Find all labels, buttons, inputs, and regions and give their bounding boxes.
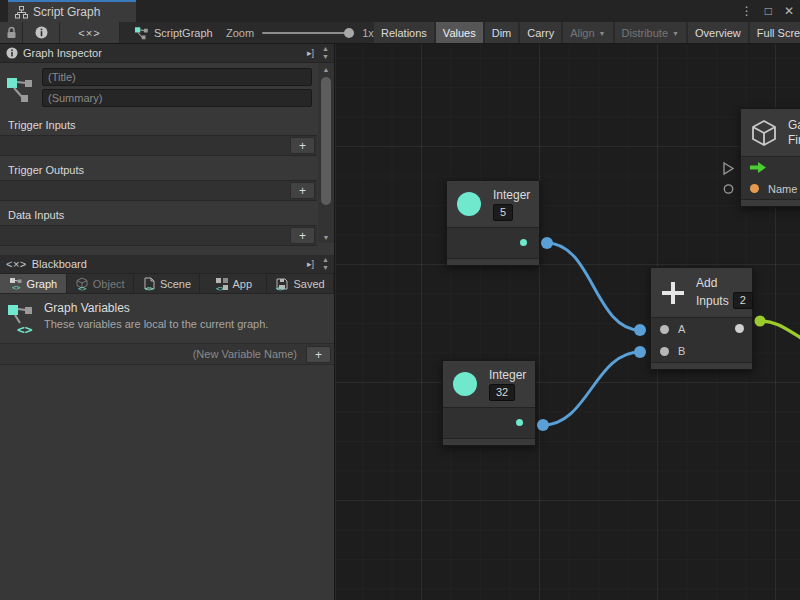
distribute-button[interactable]: Distribute ▼ xyxy=(615,22,686,43)
port-label: B xyxy=(678,345,685,357)
input-port-a[interactable] xyxy=(660,325,669,334)
graph-name-label: ScriptGraph xyxy=(154,27,213,39)
wire-integer5-to-a xyxy=(547,243,640,330)
overview-button[interactable]: Overview xyxy=(688,22,748,43)
node-integer-5[interactable]: Integer 5 xyxy=(446,180,540,266)
node-title: Add xyxy=(696,276,717,290)
inspector-scrollbar[interactable]: ▲ ▼ xyxy=(318,63,334,243)
plus-icon xyxy=(659,279,687,307)
values-button[interactable]: Values xyxy=(436,22,483,43)
graph-icon xyxy=(133,25,149,40)
output-port[interactable] xyxy=(516,419,523,426)
node-gameobject-find[interactable]: Game Object Find Name xyxy=(740,108,800,207)
graph-icon xyxy=(6,72,34,102)
output-port[interactable] xyxy=(520,239,527,246)
port-label: A xyxy=(678,323,685,335)
svg-text:<>: <> xyxy=(276,284,284,291)
node-title: Integer xyxy=(493,188,530,202)
add-data-input-button[interactable]: + xyxy=(290,227,315,244)
node-add[interactable]: Add Inputs 2 A B xyxy=(650,267,753,370)
wire-integer32-to-b xyxy=(543,352,640,425)
name-port-row: Name xyxy=(741,178,800,199)
chevron-down-icon: ▼ xyxy=(672,30,679,37)
graph-inspector-title: Graph Inspector xyxy=(23,47,102,59)
zoom-label: Zoom xyxy=(226,27,254,39)
window-menu-icon[interactable]: ⋮ xyxy=(741,4,753,18)
close-icon[interactable]: ✕ xyxy=(784,4,794,18)
scroll-up-icon[interactable]: ▲ xyxy=(322,256,329,264)
unconnected-trigger-port xyxy=(724,163,733,174)
add-trigger-output-button[interactable]: + xyxy=(290,182,315,199)
zoom-slider[interactable] xyxy=(262,32,354,34)
scroll-down-icon[interactable]: ▼ xyxy=(322,53,329,61)
zoom-slider-handle[interactable] xyxy=(344,28,354,38)
integer-value-field[interactable]: 5 xyxy=(493,204,513,221)
input-port-b[interactable] xyxy=(660,347,669,356)
tab-scene-variables[interactable]: <> Scene xyxy=(134,274,201,293)
tab-graph-variables[interactable]: <> Graph xyxy=(0,274,67,293)
graph-variables-icon: <> xyxy=(6,303,36,337)
integer-literal-icon xyxy=(457,192,481,216)
node-title: Game Object xyxy=(788,118,800,132)
trigger-inputs-label: Trigger Inputs xyxy=(0,111,334,135)
add-trigger-input-button[interactable]: + xyxy=(290,137,315,154)
trigger-arrow-icon[interactable] xyxy=(750,162,767,173)
svg-text:<>: <> xyxy=(145,284,153,291)
integer-value-field[interactable]: 32 xyxy=(489,384,515,401)
scene-icon: <> xyxy=(142,277,156,291)
graph-variables-description: These variables are local to the current… xyxy=(44,318,268,330)
align-button[interactable]: Align ▼ xyxy=(563,22,612,43)
integer-literal-icon xyxy=(453,372,477,396)
floppy-save-icon: <> xyxy=(275,277,289,291)
graph-breadcrumb[interactable]: ScriptGraph xyxy=(133,22,213,43)
new-variable-input[interactable] xyxy=(0,344,303,364)
blackboard-empty-area xyxy=(0,365,334,600)
unconnected-data-port xyxy=(724,185,732,193)
tab-saved-variables[interactable]: <> Saved xyxy=(267,274,334,293)
tab-app-variables[interactable]: <> App xyxy=(200,274,267,293)
svg-text:<>: <> xyxy=(12,284,20,291)
wire-endpoint xyxy=(541,237,553,249)
dock-pin-icon[interactable]: ▸] xyxy=(307,48,314,58)
scroll-down-icon[interactable]: ▼ xyxy=(322,264,329,272)
blackboard-icon: <×> xyxy=(6,258,27,270)
scroll-down-icon[interactable]: ▼ xyxy=(318,231,334,243)
inspect-button[interactable] xyxy=(23,22,60,43)
input-port-name[interactable] xyxy=(750,184,759,193)
port-row-b: B xyxy=(651,340,752,362)
graph-title-field[interactable] xyxy=(42,68,312,86)
node-integer-32[interactable]: Integer 32 xyxy=(442,360,536,446)
inputs-label: Inputs xyxy=(696,294,729,308)
tab-object-variables[interactable]: <> Object xyxy=(67,274,134,293)
graph-canvas[interactable]: Integer 5 Integer 32 Add xyxy=(336,44,800,600)
relations-button[interactable]: Relations xyxy=(374,22,434,43)
lock-button[interactable] xyxy=(0,22,23,43)
scroll-up-icon[interactable]: ▲ xyxy=(318,63,334,75)
maximize-icon[interactable]: □ xyxy=(765,4,772,18)
cube-icon: <> xyxy=(75,277,89,291)
add-variable-button[interactable]: + xyxy=(306,346,331,363)
data-inputs-list: + xyxy=(0,225,317,246)
scroll-up-icon[interactable]: ▲ xyxy=(322,45,329,53)
graph-variables-title: Graph Variables xyxy=(44,301,268,315)
dock-pin-icon[interactable]: ▸] xyxy=(307,259,314,269)
unit-options-button[interactable]: <×> xyxy=(60,22,120,43)
trigger-port-row xyxy=(741,157,800,178)
blackboard-header: <×> Blackboard ▸] ▲ ▼ xyxy=(0,255,334,274)
blackboard-title: Blackboard xyxy=(32,258,87,270)
lock-icon xyxy=(6,26,17,39)
wire-add-output xyxy=(760,321,800,341)
node-title: Integer xyxy=(489,368,526,382)
svg-text:<>: <> xyxy=(17,322,33,337)
inputs-count-field[interactable]: 2 xyxy=(733,292,753,309)
wire-endpoint xyxy=(634,346,646,358)
output-port-sum[interactable] xyxy=(735,324,744,333)
wire-endpoint xyxy=(537,419,549,431)
carry-button[interactable]: Carry xyxy=(520,22,561,43)
dim-button[interactable]: Dim xyxy=(485,22,519,43)
svg-text:<>: <> xyxy=(216,284,224,291)
fullscreen-button[interactable]: Full Screen xyxy=(750,22,800,43)
window-tab-script-graph[interactable]: Script Graph xyxy=(8,0,136,22)
scrollbar-thumb[interactable] xyxy=(321,77,331,205)
graph-summary-field[interactable] xyxy=(42,89,312,107)
